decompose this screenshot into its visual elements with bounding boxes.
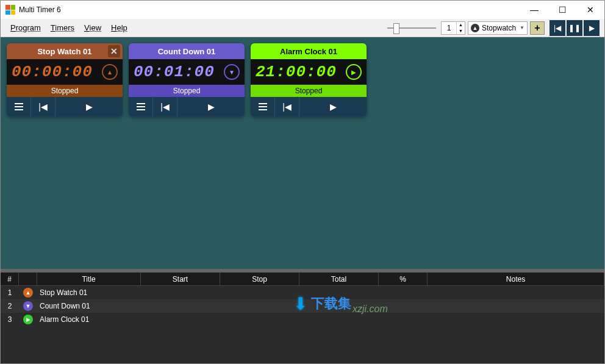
hamburger-icon: [137, 103, 145, 110]
restart-button[interactable]: |◀: [275, 97, 299, 116]
col-num[interactable]: #: [1, 273, 19, 285]
cell-num: 1: [1, 288, 19, 297]
play-icon: ▶: [351, 69, 356, 76]
table-row[interactable]: 2 ▼ Count Down 01: [1, 299, 604, 313]
col-total[interactable]: Total: [299, 273, 379, 285]
cell-title: Alarm Clock 01: [37, 315, 141, 324]
card-close-button[interactable]: ✕: [108, 45, 120, 57]
titlebar: Multi Timer 6 — ☐ ✕: [1, 1, 604, 19]
cell-title: Stop Watch 01: [37, 288, 141, 297]
col-stop[interactable]: Stop: [220, 273, 299, 285]
play-button[interactable]: ▶: [177, 97, 245, 116]
cell-num: 3: [1, 315, 19, 324]
timer-card: Stop Watch 01 ✕ 00:00:00 ▲ Stopped |◀ ▶: [7, 43, 123, 116]
col-icon[interactable]: [19, 273, 37, 285]
cell-title: Count Down 01: [37, 302, 141, 310]
global-pause-button[interactable]: ❚❚: [567, 20, 582, 36]
mode-button[interactable]: ▲: [102, 64, 118, 80]
col-start[interactable]: Start: [141, 273, 220, 285]
card-header[interactable]: Count Down 01: [129, 43, 245, 59]
status-label: Stopped: [129, 85, 245, 97]
minimize-button[interactable]: —: [520, 1, 548, 19]
combo-label: Stopwatch: [482, 24, 516, 32]
menu-button[interactable]: [129, 97, 153, 116]
menu-button[interactable]: [7, 97, 31, 116]
play-button[interactable]: ▶: [299, 97, 367, 116]
card-title: Count Down 01: [158, 47, 216, 56]
card-title: Alarm Clock 01: [280, 47, 337, 56]
count-spinner[interactable]: ▲▼: [441, 21, 465, 35]
app-icon: [5, 5, 15, 15]
hamburger-icon: [259, 103, 267, 110]
stopwatch-icon: ▲: [23, 288, 33, 298]
count-input[interactable]: [442, 24, 456, 32]
up-icon: ▲: [107, 69, 113, 76]
mode-button[interactable]: ▶: [346, 64, 362, 80]
status-label: Stopped: [251, 85, 367, 97]
card-header[interactable]: Stop Watch 01 ✕: [7, 43, 123, 59]
mode-button[interactable]: ▼: [224, 64, 240, 80]
restart-button[interactable]: |◀: [153, 97, 177, 116]
table-header: # Title Start Stop Total % Notes: [1, 273, 604, 286]
menu-view[interactable]: View: [79, 21, 106, 35]
close-button[interactable]: ✕: [576, 1, 604, 19]
menu-button[interactable]: [251, 97, 275, 116]
down-icon: ▼: [229, 69, 235, 76]
restart-button[interactable]: |◀: [31, 97, 55, 116]
play-button[interactable]: ▶: [55, 97, 123, 116]
col-pct[interactable]: %: [379, 273, 428, 285]
col-title[interactable]: Title: [37, 273, 141, 285]
chevron-down-icon: ▼: [520, 25, 524, 30]
add-timer-button[interactable]: +: [530, 21, 545, 35]
timer-card: Count Down 01 00:01:00 ▼ Stopped |◀ ▶: [129, 43, 245, 116]
timer-card: Alarm Clock 01 21:00:00 ▶ Stopped |◀ ▶: [251, 43, 367, 116]
col-notes[interactable]: Notes: [428, 273, 604, 285]
menu-timers[interactable]: Timers: [46, 21, 79, 35]
hamburger-icon: [15, 103, 23, 110]
global-play-button[interactable]: ▶: [584, 20, 600, 36]
window-title: Multi Timer 6: [19, 5, 61, 14]
card-title: Stop Watch 01: [37, 47, 91, 56]
cell-num: 2: [1, 302, 19, 310]
countdown-icon: ▼: [23, 301, 33, 311]
stopwatch-icon: ▲: [471, 24, 479, 32]
time-display: 21:00:00: [256, 63, 337, 81]
timer-type-combo[interactable]: ▲ Stopwatch ▼: [468, 21, 528, 35]
menu-program[interactable]: Program: [5, 21, 46, 35]
maximize-button[interactable]: ☐: [548, 1, 576, 19]
time-display: 00:00:00: [12, 63, 93, 81]
menubar: Program Timers View Help ▲▼ ▲ Stopwatch …: [1, 19, 604, 37]
timer-area: Stop Watch 01 ✕ 00:00:00 ▲ Stopped |◀ ▶ …: [1, 37, 604, 269]
zoom-slider[interactable]: [387, 22, 436, 34]
spin-up-icon[interactable]: ▲: [456, 22, 465, 28]
time-display: 00:01:00: [134, 63, 215, 81]
global-restart-button[interactable]: |◀: [550, 20, 565, 36]
table-row[interactable]: 3 ▶ Alarm Clock 01: [1, 313, 604, 326]
card-header[interactable]: Alarm Clock 01: [251, 43, 367, 59]
status-label: Stopped: [7, 85, 123, 97]
spin-down-icon[interactable]: ▼: [456, 28, 465, 34]
menu-help[interactable]: Help: [106, 21, 132, 35]
timer-table: # Title Start Stop Total % Notes 1 ▲ Sto…: [1, 269, 604, 363]
table-row[interactable]: 1 ▲ Stop Watch 01: [1, 286, 604, 299]
alarm-icon: ▶: [23, 315, 33, 324]
